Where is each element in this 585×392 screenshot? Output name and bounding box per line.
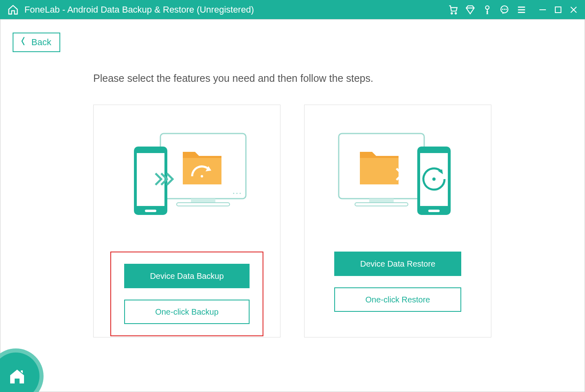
svg-point-2 (486, 6, 489, 9)
svg-point-19 (240, 193, 241, 194)
key-icon[interactable] (482, 4, 493, 15)
svg-point-0 (451, 13, 452, 14)
restore-card: Device Data Restore One-click Restore (304, 105, 491, 337)
backup-highlight-box: Device Data Backup One-click Backup (110, 252, 263, 336)
close-icon[interactable] (570, 6, 578, 14)
svg-rect-25 (369, 199, 394, 203)
home-fab-button[interactable] (0, 347, 45, 392)
one-click-backup-button[interactable]: One-click Backup (124, 300, 250, 324)
titlebar: FoneLab - Android Data Backup & Restore … (0, 0, 585, 19)
backup-illustration (120, 129, 254, 231)
device-data-restore-button[interactable]: Device Data Restore (334, 252, 461, 276)
main-frame: Back Please select the features you need… (0, 19, 585, 392)
device-data-backup-button[interactable]: Device Data Backup (124, 264, 250, 288)
chat-icon[interactable] (499, 4, 510, 15)
menu-icon[interactable] (516, 4, 527, 15)
maximize-icon[interactable] (554, 6, 562, 14)
back-button[interactable]: Back (13, 33, 60, 52)
svg-point-18 (237, 193, 238, 194)
svg-point-1 (455, 13, 456, 14)
svg-point-4 (502, 9, 503, 9)
svg-point-20 (201, 175, 203, 177)
svg-rect-26 (355, 203, 408, 206)
svg-point-17 (233, 193, 234, 194)
page-instruction: Please select the features you need and … (93, 72, 492, 84)
svg-rect-16 (177, 203, 230, 206)
diamond-icon[interactable] (464, 4, 476, 15)
svg-point-30 (432, 177, 436, 181)
svg-point-5 (504, 9, 504, 9)
one-click-restore-button[interactable]: One-click Restore (334, 287, 461, 312)
svg-rect-15 (191, 199, 215, 203)
svg-rect-11 (555, 7, 561, 13)
back-button-label: Back (31, 37, 51, 48)
home-icon[interactable] (7, 4, 19, 15)
svg-rect-23 (145, 210, 156, 212)
restore-illustration (331, 129, 465, 231)
app-title: FoneLab - Android Data Backup & Restore … (24, 4, 254, 15)
svg-rect-29 (428, 210, 440, 212)
back-arrow-icon (20, 37, 26, 48)
svg-point-6 (506, 9, 506, 9)
backup-card: Device Data Backup One-click Backup (93, 105, 280, 337)
minimize-icon[interactable] (539, 6, 547, 14)
cart-icon[interactable] (447, 4, 459, 15)
